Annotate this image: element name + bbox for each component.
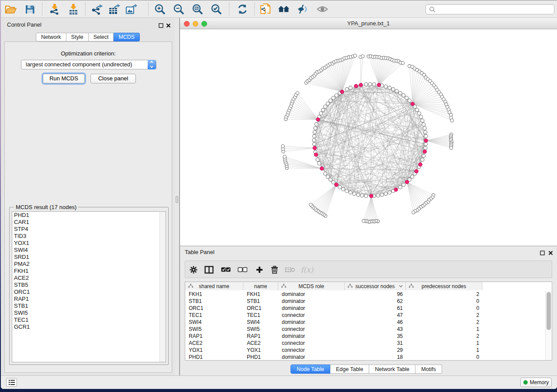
search-input[interactable] [426,4,554,14]
network-canvas[interactable] [180,29,557,246]
import-table-icon[interactable] [67,3,80,15]
mcds-result-item[interactable]: ORC1 [12,289,166,296]
tab-mcds[interactable]: MCDS [114,33,140,41]
export-image-icon[interactable] [125,3,137,15]
tab-network[interactable]: Network [36,33,66,41]
deselect-all-icon[interactable] [238,265,247,275]
refresh-icon[interactable] [236,3,249,15]
mcds-result-item[interactable]: SWI5 [12,309,166,316]
table-cell: SWI4 [243,319,278,326]
vertical-splitter[interactable] [175,18,180,375]
export-network-icon[interactable] [91,3,103,15]
table-cell: dominator [278,298,345,305]
table-cell: RAP1 [243,333,278,340]
zoom-selected-icon[interactable] [210,3,222,15]
zoom-in-icon[interactable] [154,3,166,15]
column-header-name[interactable]: name [243,282,278,290]
mcds-list-scrollbar[interactable] [159,212,166,362]
table-row[interactable]: YOX1YOX1connector291 [185,347,545,354]
column-header-MCDS-role[interactable]: MCDS role [278,282,345,290]
table-cell: TEC1 [243,312,278,319]
home-view-icon[interactable] [278,3,290,15]
column-header-successor-nodes[interactable]: successor nodes [345,282,406,290]
tab-node-table[interactable]: Node Table [291,364,330,374]
select-all-icon[interactable] [221,265,231,275]
table-cell: 1 [406,326,482,333]
table-row[interactable]: FKH1FKH1dominator962 [185,291,545,298]
network-title: YPA_prune.txt_1 [180,20,557,27]
tab-select[interactable]: Select [89,33,114,41]
table-cell: SWI5 [243,326,278,333]
table-row[interactable]: SWI5SWI5connector431 [185,326,545,333]
tab-network-table[interactable]: Network Table [369,364,415,374]
column-header-shared-name[interactable]: shared name [185,282,243,290]
table-row[interactable]: PHD1PHD1dominator180 [185,354,545,361]
float-table-panel-icon[interactable] [540,249,545,254]
float-panel-icon[interactable] [159,22,163,27]
hide-selected-icon[interactable] [297,3,309,15]
mcds-tab-content: Optimization criterion: largest connecte… [4,41,172,373]
table-cell: PHD1 [243,354,278,361]
mcds-result-item[interactable]: YOX1 [12,240,166,247]
split-view-icon[interactable] [204,265,214,275]
table-cell: 0 [406,298,482,305]
node-table: shared namenameMCDS rolesuccessor nodesp… [185,282,552,361]
close-panel-button[interactable]: Close panel [90,74,136,83]
mcds-result-item[interactable]: GCR1 [12,323,166,330]
network-titlebar[interactable]: YPA_prune.txt_1 [180,18,557,29]
share-document-icon[interactable] [259,3,272,15]
task-history-button[interactable] [6,378,17,387]
mcds-result-item[interactable]: PMA2 [12,261,166,268]
tab-style[interactable]: Style [66,33,89,41]
mcds-result-item[interactable]: STB1 [12,303,166,309]
table-row[interactable]: RAP1RAP1dominator352 [185,333,545,340]
tab-edge-table[interactable]: Edge Table [330,364,369,374]
memory-button[interactable]: Memory [520,378,552,387]
mcds-result-item[interactable]: RAP1 [12,296,166,303]
table-cell: 0 [406,354,482,361]
delete-table-icon[interactable] [285,265,295,275]
mcds-result-item[interactable]: SRD1 [12,254,166,261]
table-row[interactable]: STB1STB1dominator620 [185,298,545,305]
add-column-icon[interactable] [256,265,263,275]
splitter-handle[interactable] [176,196,178,203]
table-cell: STB1 [243,298,278,305]
table-scrollbar[interactable] [545,291,552,360]
table-cell: connector [278,312,345,319]
mcds-result-item[interactable]: PHD1 [12,212,166,219]
table-cell: RAP1 [185,333,243,340]
tab-motifs[interactable]: Motifs [415,364,442,374]
show-all-icon[interactable] [316,3,329,15]
column-header-predecessor-nodes[interactable]: predecessor nodes [406,282,482,290]
zoom-fit-icon[interactable] [191,3,204,15]
mcds-result-item[interactable]: STP4 [12,226,166,233]
table-row[interactable]: SWI4SWI4dominator462 [185,319,545,326]
mcds-result-list[interactable]: PHD1CAR1STP4TID3YOX1SWI4SRD1PMA2FKH1ACE2… [12,211,166,362]
table-scrollbar-thumb[interactable] [547,292,551,330]
mcds-result-item[interactable]: TID3 [12,233,166,240]
table-cell: 47 [345,312,406,319]
table-cell: 2 [406,312,482,319]
mcds-result-item[interactable]: STB5 [12,282,166,289]
save-session-icon[interactable] [24,3,36,15]
mcds-result-item[interactable]: TEC1 [12,316,166,323]
table-cell: 35 [345,333,406,340]
table-cell: 31 [345,340,406,347]
criterion-select[interactable]: largest connected component (undirected) [21,60,156,69]
close-table-panel-icon[interactable] [548,249,553,254]
mcds-result-item[interactable]: CAR1 [12,219,166,226]
import-network-icon[interactable] [48,3,61,15]
table-row[interactable]: ACE2ACE2connector311 [185,340,545,347]
mcds-result-item[interactable]: FKH1 [12,268,166,275]
delete-column-icon[interactable] [271,265,278,275]
table-row[interactable]: ORC1ORC1dominator610 [185,305,545,312]
mcds-result-item[interactable]: ACE2 [12,275,166,282]
mcds-result-item[interactable]: SWI4 [12,247,166,254]
export-table-icon[interactable] [108,3,120,15]
run-mcds-button[interactable]: Run MCDS [43,74,85,83]
zoom-out-icon[interactable] [173,3,185,15]
table-row[interactable]: TEC1TEC1connector472 [185,312,545,319]
settings-icon[interactable] [190,265,197,275]
close-panel-icon[interactable] [166,22,171,27]
open-file-icon[interactable] [4,3,17,15]
